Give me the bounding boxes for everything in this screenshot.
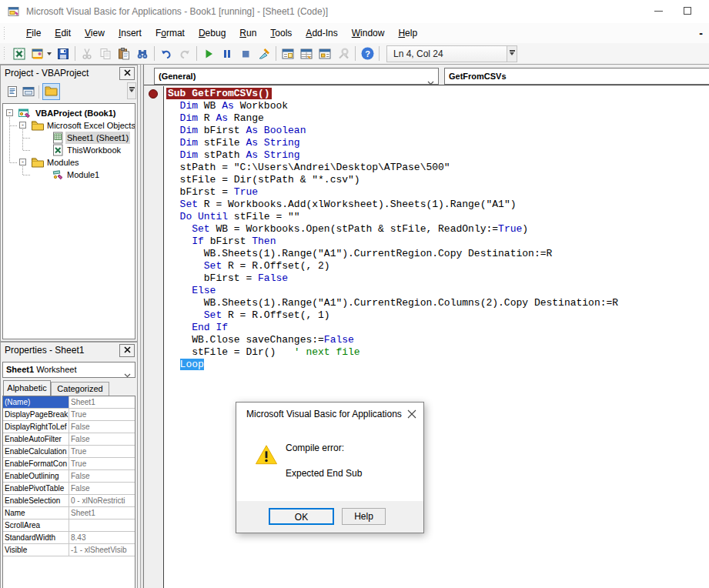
project-toolbar-options-button[interactable] — [127, 82, 136, 99]
help-button[interactable]: Help — [342, 508, 386, 525]
maximize-button[interactable] — [684, 7, 691, 15]
project-panel-close-button[interactable] — [119, 67, 135, 80]
tree-item-thisworkbook[interactable]: ThisWorkbook — [3, 144, 135, 156]
insert-dropdown-arrow[interactable] — [47, 45, 54, 62]
find-icon[interactable] — [133, 45, 152, 62]
paste-icon[interactable] — [115, 45, 133, 62]
property-value[interactable]: 8.43 — [69, 532, 135, 543]
object-browser-icon[interactable] — [316, 45, 334, 62]
break-icon[interactable] — [218, 45, 236, 62]
menu-file[interactable]: File — [19, 25, 48, 42]
copy-icon[interactable] — [96, 45, 115, 62]
collapse-icon[interactable]: - — [6, 109, 13, 116]
collapse-icon[interactable]: - — [19, 122, 26, 129]
property-name: EnablePivotTable — [3, 483, 69, 494]
cut-icon[interactable] — [78, 45, 96, 62]
property-row-scrollarea[interactable]: ScrollArea — [3, 520, 135, 532]
property-value[interactable] — [69, 520, 135, 531]
tab-alphabetic[interactable]: Alphabetic — [3, 380, 51, 396]
minimize-button[interactable] — [654, 11, 663, 12]
menu-add-ins[interactable]: Add-Ins — [299, 25, 344, 42]
help-icon[interactable]: ? — [358, 45, 376, 62]
property-row-displayrighttolef[interactable]: DisplayRightToLefFalse — [3, 421, 135, 433]
property-value[interactable]: Sheet1 — [69, 507, 135, 519]
menubar-grip[interactable] — [3, 27, 5, 40]
property-row--name-[interactable]: (Name)Sheet1 — [3, 396, 135, 409]
cursor-position-indicator: Ln 4, Col 24 — [386, 45, 507, 62]
ok-button[interactable]: OK — [269, 508, 334, 525]
object-combo[interactable]: (General) — [154, 68, 439, 85]
property-row-enableautofilter[interactable]: EnableAutoFilterFalse — [3, 433, 135, 446]
menu-edit[interactable]: Edit — [48, 25, 78, 42]
property-value[interactable]: False — [69, 433, 135, 445]
property-name: EnableSelection — [3, 495, 69, 506]
view-object-icon[interactable] — [22, 85, 35, 101]
property-value[interactable]: False — [69, 483, 135, 494]
toolbox-icon[interactable] — [334, 45, 353, 62]
tree-item-module1[interactable]: Module1 — [3, 169, 135, 181]
property-row-standardwidth[interactable]: StandardWidth8.43 — [3, 532, 135, 544]
toolbar-grip[interactable] — [3, 47, 5, 60]
mdi-minimize-button[interactable]: - — [699, 27, 703, 39]
menu-insert[interactable]: Insert — [112, 25, 149, 42]
property-row-visible[interactable]: Visible-1 - xlSheetVisib — [3, 544, 135, 556]
vba-app-icon — [8, 5, 21, 21]
properties-window-icon[interactable] — [297, 45, 316, 62]
redo-icon[interactable] — [176, 45, 194, 62]
menu-view[interactable]: View — [78, 25, 112, 42]
toggle-folders-button[interactable] — [42, 83, 60, 100]
menu-tools[interactable]: Tools — [263, 25, 299, 42]
tree-item-vbaproject-book1-[interactable]: -VBAProject (Book1) — [3, 107, 135, 119]
tree-item-sheet1-sheet1-[interactable]: Sheet1 (Sheet1) — [3, 132, 135, 144]
window-title: Microsoft Visual Basic for Applications … — [26, 6, 328, 17]
tree-item-label: Module1 — [65, 169, 101, 181]
toolbar-options-button[interactable] — [507, 45, 517, 62]
run-icon[interactable] — [199, 45, 218, 62]
menu-run[interactable]: Run — [232, 25, 263, 42]
reset-icon[interactable] — [236, 45, 255, 62]
dock-splitter[interactable] — [140, 65, 141, 588]
property-value[interactable]: True — [69, 409, 135, 420]
property-row-displaypagebreak[interactable]: DisplayPageBreakTrue — [3, 409, 135, 421]
view-excel-icon[interactable] — [10, 45, 28, 62]
undo-icon[interactable] — [157, 45, 176, 62]
property-value[interactable]: 0 - xlNoRestricti — [69, 495, 135, 506]
tree-item-microsoft-excel-objects[interactable]: -Microsoft Excel Objects — [3, 119, 135, 132]
procedure-combo[interactable]: GetFromCSVs — [444, 68, 709, 85]
property-row-enableformatcon[interactable]: EnableFormatConTrue — [3, 458, 135, 470]
property-value[interactable]: True — [69, 458, 135, 469]
menu-window[interactable]: Window — [345, 25, 392, 42]
tab-categorized[interactable]: Categorized — [51, 382, 109, 396]
design-mode-icon[interactable] — [255, 45, 273, 62]
property-value[interactable]: False — [69, 470, 135, 482]
property-value[interactable]: True — [69, 446, 135, 457]
code-area[interactable]: Sub GetFromCSVs() Dim WB As Workbook Dim… — [144, 86, 709, 588]
property-name: EnableFormatCon — [3, 458, 69, 469]
property-name: (Name) — [3, 396, 69, 408]
properties-panel-header[interactable]: Properties - Sheet1 — [1, 342, 137, 359]
menu-debug[interactable]: Debug — [192, 25, 232, 42]
properties-object-selector[interactable]: Sheet1 Worksheet — [2, 362, 135, 378]
property-value[interactable]: Sheet1 — [69, 396, 135, 408]
property-value[interactable]: False — [69, 421, 135, 433]
save-icon[interactable] — [54, 45, 72, 62]
property-name: StandardWidth — [3, 532, 69, 543]
property-row-name[interactable]: NameSheet1 — [3, 507, 135, 520]
menu-format[interactable]: Format — [149, 25, 192, 42]
property-value[interactable]: -1 - xlSheetVisib — [69, 544, 135, 556]
view-code-icon[interactable] — [6, 85, 18, 101]
property-row-enablepivottable[interactable]: EnablePivotTableFalse — [3, 483, 135, 495]
breakpoint-icon[interactable] — [149, 89, 158, 99]
property-row-enableselection[interactable]: EnableSelection0 - xlNoRestricti — [3, 495, 135, 507]
property-row-enableoutlining[interactable]: EnableOutliningFalse — [3, 470, 135, 483]
code-margin[interactable] — [144, 86, 164, 588]
project-panel-header[interactable]: Project - VBAProject — [1, 65, 137, 82]
menu-help[interactable]: Help — [391, 25, 424, 42]
collapse-icon[interactable]: - — [19, 159, 26, 165]
property-row-enablecalculation[interactable]: EnableCalculationTrue — [3, 446, 135, 458]
insert-userform-icon[interactable] — [28, 45, 47, 62]
project-explorer-icon[interactable] — [279, 45, 297, 62]
properties-panel-close-button[interactable] — [119, 344, 135, 357]
tree-item-modules[interactable]: -Modules — [3, 156, 135, 169]
dialog-close-icon[interactable] — [407, 408, 416, 422]
